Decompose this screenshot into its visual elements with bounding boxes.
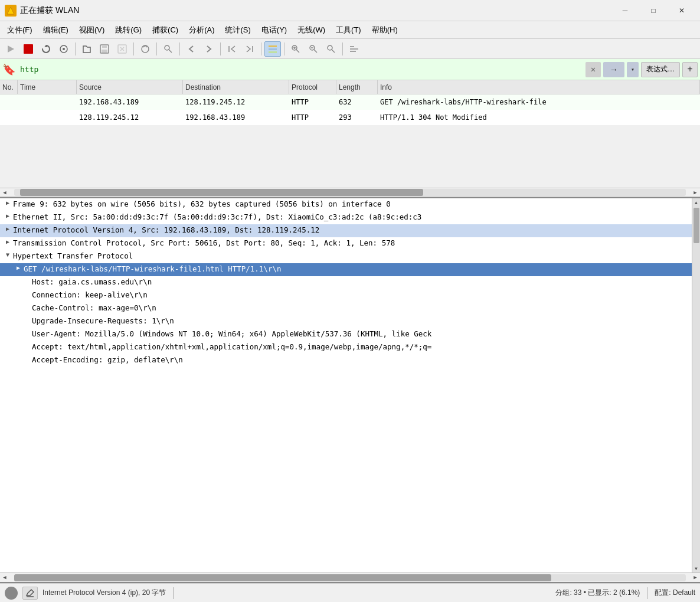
status-bar: Internet Protocol Version 4 (ip), 20 字节 …	[0, 583, 700, 602]
menu-file[interactable]: 文件(F)	[2, 23, 37, 37]
filter-bookmark-icon[interactable]: 🔖	[2, 63, 15, 76]
menu-capture[interactable]: 捕获(C)	[148, 23, 183, 37]
detail-row-http-get[interactable]: ▶ GET /wireshark-labs/HTTP-wireshark-fil…	[0, 263, 692, 276]
zoom-out-button[interactable]	[305, 41, 322, 57]
separator-1	[75, 42, 76, 55]
status-divider-2	[647, 587, 647, 599]
maximize-button[interactable]: □	[640, 2, 667, 19]
hscroll-right-arrow[interactable]: ▶	[691, 188, 700, 197]
cell-length: 632	[336, 97, 378, 107]
packet-list-section: No. Time Source Destination Protocol Len…	[0, 80, 700, 198]
open-file-button[interactable]	[78, 41, 95, 57]
expand-http-icon[interactable]: ▼	[2, 251, 13, 258]
packet-list-hscroll[interactable]: ◀ ▶	[0, 188, 700, 197]
detail-row-http-accept-enc[interactable]: Accept-Encoding: gzip, deflate\r\n	[0, 354, 692, 367]
restart-capture-button[interactable]	[38, 41, 54, 57]
stop-capture-button[interactable]	[20, 41, 37, 57]
hscroll-thumb[interactable]	[20, 189, 423, 196]
find-button[interactable]	[160, 41, 176, 57]
detail-row-frame[interactable]: ▶ Frame 9: 632 bytes on wire (5056 bits)…	[0, 198, 692, 211]
expand-ip-icon[interactable]: ▶	[2, 225, 13, 232]
detail-text-cache: Cache-Control: max-age=0\r\n	[32, 303, 689, 312]
title-bar-left: 正在捕获 WLAN	[5, 5, 79, 17]
vscroll-thumb-area[interactable]	[692, 207, 700, 564]
menu-go[interactable]: 跳转(G)	[110, 23, 146, 37]
expand-http-get-icon[interactable]: ▶	[13, 264, 24, 271]
colorize-button[interactable]	[264, 41, 281, 57]
col-header-destination: Destination	[183, 80, 289, 94]
separator-7	[284, 42, 284, 55]
vscroll-up-arrow[interactable]: ▲	[692, 198, 701, 207]
menu-view[interactable]: 视图(V)	[74, 23, 109, 37]
menu-edit[interactable]: 编辑(E)	[38, 23, 73, 37]
filter-dropdown-button[interactable]: ▾	[627, 62, 639, 77]
filter-input[interactable]	[18, 62, 583, 77]
goto-last-button[interactable]	[241, 41, 258, 57]
start-capture-button[interactable]	[2, 41, 19, 57]
separator-3	[156, 42, 157, 55]
detail-row-http[interactable]: ▼ Hypertext Transfer Protocol	[0, 250, 692, 263]
filter-apply-button[interactable]: →	[603, 62, 624, 77]
close-file-button[interactable]	[114, 41, 130, 57]
expand-ethernet-icon[interactable]: ▶	[2, 212, 13, 219]
profile-text: 配置: Default	[655, 588, 695, 598]
detail-hscroll-right[interactable]: ▶	[691, 573, 700, 583]
hscroll-left-arrow[interactable]: ◀	[0, 188, 9, 197]
menu-tools[interactable]: 工具(T)	[331, 23, 366, 37]
zoom-in-button[interactable]	[287, 41, 304, 57]
detail-row-ip[interactable]: ▶ Internet Protocol Version 4, Src: 192.…	[0, 224, 692, 237]
expand-frame-icon[interactable]: ▶	[2, 199, 13, 206]
reload-button[interactable]	[137, 41, 153, 57]
svg-rect-6	[102, 45, 107, 48]
menu-wireless[interactable]: 无线(W)	[293, 23, 330, 37]
minimize-button[interactable]: ─	[611, 2, 639, 19]
detail-row-http-upgrade[interactable]: Upgrade-Insecure-Requests: 1\r\n	[0, 315, 692, 328]
vscroll-down-arrow[interactable]: ▼	[692, 564, 701, 572]
menu-analyze[interactable]: 分析(A)	[184, 23, 219, 37]
filter-bar: 🔖 ✕ → ▾ 表达式… +	[0, 59, 700, 80]
detail-row-http-cache[interactable]: Cache-Control: max-age=0\r\n	[0, 302, 692, 315]
detail-row-tcp[interactable]: ▶ Transmission Control Protocol, Src Por…	[0, 237, 692, 250]
packet-detail-body: ▶ Frame 9: 632 bytes on wire (5056 bits)…	[0, 198, 692, 572]
svg-point-11	[142, 45, 149, 53]
detail-vscroll[interactable]: ▲ ▼	[692, 198, 700, 572]
status-edit-button[interactable]	[22, 587, 38, 600]
app-icon	[5, 5, 17, 17]
menu-help[interactable]: 帮助(H)	[367, 23, 403, 37]
table-row[interactable]: 192.168.43.189 128.119.245.12 HTTP 632 G…	[0, 94, 700, 110]
detail-text-ua: User-Agent: Mozilla/5.0 (Windows NT 10.0…	[32, 329, 689, 338]
save-button[interactable]	[96, 41, 113, 57]
filter-add-button[interactable]: +	[682, 62, 698, 77]
svg-line-20	[296, 50, 299, 53]
resize-columns-button[interactable]	[346, 41, 362, 57]
options-button[interactable]	[55, 41, 72, 57]
detail-hscroll-track[interactable]	[14, 574, 686, 581]
detail-row-http-host[interactable]: Host: gaia.cs.umass.edu\r\n	[0, 276, 692, 289]
detail-text-http-get: GET /wireshark-labs/HTTP-wireshark-file1…	[24, 264, 689, 273]
filter-expression-button[interactable]: 表达式…	[641, 62, 680, 77]
detail-row-ethernet[interactable]: ▶ Ethernet II, Src: 5a:00:dd:d9:3c:7f (5…	[0, 211, 692, 224]
detail-hscroll-left[interactable]: ◀	[0, 573, 9, 583]
detail-wrapper: ▶ Frame 9: 632 bytes on wire (5056 bits)…	[0, 198, 700, 572]
zoom-normal-button[interactable]	[323, 41, 339, 57]
detail-row-http-accept[interactable]: Accept: text/html,application/xhtml+xml,…	[0, 341, 692, 354]
protocol-info-text: Internet Protocol Version 4 (ip), 20 字节	[42, 588, 166, 598]
menu-stats[interactable]: 统计(S)	[220, 23, 255, 37]
table-row[interactable]: 128.119.245.12 192.168.43.189 HTTP 293 H…	[0, 110, 700, 125]
menu-telephony[interactable]: 电话(Y)	[257, 23, 292, 37]
detail-hscroll-thumb[interactable]	[14, 574, 551, 581]
goto-first-button[interactable]	[224, 41, 240, 57]
stats-text: 分组: 33 • 已显示: 2 (6.1%)	[555, 588, 640, 598]
expand-tcp-icon[interactable]: ▶	[2, 238, 13, 245]
nav-back-button[interactable]	[183, 41, 199, 57]
detail-hscroll[interactable]: ◀ ▶	[0, 572, 700, 582]
cell-destination: 128.119.245.12	[183, 97, 289, 107]
toolbar	[0, 39, 700, 59]
detail-row-http-ua[interactable]: User-Agent: Mozilla/5.0 (Windows NT 10.0…	[0, 328, 692, 341]
filter-clear-button[interactable]: ✕	[585, 62, 601, 77]
hscroll-track[interactable]	[14, 189, 686, 196]
nav-forward-button[interactable]	[201, 41, 217, 57]
packet-detail-section: ▶ Frame 9: 632 bytes on wire (5056 bits)…	[0, 198, 700, 583]
detail-row-http-connection[interactable]: Connection: keep-alive\r\n	[0, 289, 692, 302]
close-button[interactable]: ✕	[668, 2, 695, 19]
